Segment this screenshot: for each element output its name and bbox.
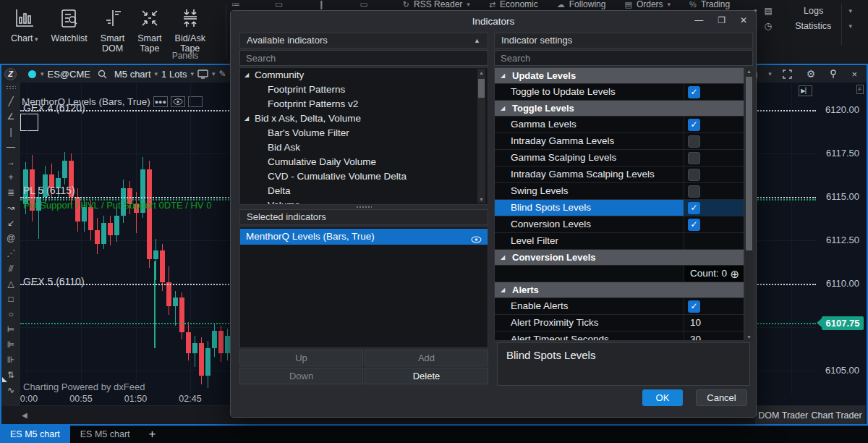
arrow-tool-icon[interactable]: →	[1, 155, 20, 170]
hatch-tool-icon[interactable]: ⫻	[1, 261, 20, 277]
tree-item-row[interactable]: Bar's Volume Filter	[240, 126, 488, 140]
scroll-up-icon[interactable]: ▲	[745, 69, 753, 74]
ribbon-item-statistics[interactable]: ▾ ◷ Statistics ▾	[754, 18, 862, 33]
available-indicators-header[interactable]: Available indicators ▲	[239, 33, 488, 48]
chevron-down-icon[interactable]: ▾	[668, 1, 671, 8]
drawing-pencil-icon[interactable]: ✎	[219, 69, 226, 79]
ribbon-panel-watchlist[interactable]: Watchlist	[51, 4, 88, 54]
tree-item-row[interactable]: Bid Ask	[240, 140, 488, 155]
ask-levels-tool-icon[interactable]: ⊫	[1, 337, 20, 353]
trend-arrow-tool-icon[interactable]: ↙	[1, 216, 20, 231]
settings-group-conversion-levels[interactable]: ◢Conversion Levels	[495, 250, 744, 266]
wave-tool-icon[interactable]: ∿	[1, 383, 20, 398]
chevron-down-icon[interactable]: ▾	[848, 22, 852, 30]
checkbox[interactable]	[688, 152, 700, 164]
selected-indicator-row[interactable]: MenthorQ Levels (Bars, True)	[240, 229, 488, 245]
ribbon-item-rss-reader[interactable]: ↻RSS Reader▾	[403, 0, 470, 9]
tree-group-row[interactable]: ◢Bid x Ask, Delta, Volume	[240, 111, 488, 126]
quantower-logo-icon[interactable]: Z	[4, 68, 17, 80]
group-expanded-icon[interactable]: ◢	[501, 250, 505, 266]
scroll-down-icon[interactable]: ▼	[745, 334, 753, 339]
tree-expanded-icon[interactable]: ◢	[244, 111, 249, 126]
tree-item-row[interactable]: Footprint Patterns v2	[240, 97, 488, 111]
tree-item-row[interactable]: Cumulative Daily Volume	[240, 155, 488, 169]
settings-value[interactable]: 30	[690, 332, 701, 341]
tree-expanded-icon[interactable]: ◢	[244, 68, 249, 83]
ribbon-item-following[interactable]: ☁Following	[557, 0, 606, 9]
ribbon-panel-bidask-tape[interactable]: Bid/AskTape	[175, 4, 205, 54]
maximize-icon[interactable]: ❐	[718, 15, 726, 25]
checkbox[interactable]: ✓	[688, 300, 700, 313]
go-to-realtime-icon[interactable]: ▶▏	[799, 85, 812, 96]
checkbox[interactable]: ✓	[688, 219, 700, 231]
add-tab-button[interactable]: +	[140, 426, 165, 443]
lots-selector[interactable]: 1 Lots	[161, 69, 187, 80]
chevron-down-icon[interactable]: ▾	[41, 70, 44, 77]
group-expanded-icon[interactable]: ◢	[501, 101, 505, 117]
magnify-tool-icon[interactable]: @	[1, 231, 20, 246]
ok-button[interactable]: OK	[642, 389, 683, 406]
line-tool-icon[interactable]: ╱	[1, 94, 20, 109]
settings-row-conversion-levels[interactable]: Conversion Levels✓	[495, 216, 744, 233]
checkbox[interactable]	[688, 135, 700, 148]
settings-row-count[interactable]: Count: 0⊕	[495, 266, 744, 282]
tab-es-m5-chart-1[interactable]: ES M5 chart	[0, 426, 70, 443]
settings-row-blind-spots-levels[interactable]: Blind Spots Levels✓	[495, 200, 744, 216]
settings-row-swing-levels[interactable]: Swing Levels	[495, 183, 744, 200]
group-expanded-icon[interactable]: ◢	[501, 68, 505, 84]
chevron-down-icon[interactable]: ▾	[848, 7, 852, 14]
dom-trader-button[interactable]: DOM Trader	[758, 410, 808, 421]
settings-row-alert-proximity-ticks[interactable]: Alert Proximity Ticks10	[495, 315, 744, 332]
checkbox[interactable]: ✓	[688, 119, 700, 131]
cancel-button[interactable]: Cancel	[696, 389, 747, 406]
volume-profile-tool-icon[interactable]: ⊪	[1, 353, 20, 368]
splitter-handle[interactable]	[356, 206, 372, 208]
settings-row-intraday-gamma-levels[interactable]: Intraday Gamma Levels	[495, 133, 744, 150]
settings-row-level-filter[interactable]: Level Filter	[495, 233, 744, 250]
ribbon-panel-smart-dom[interactable]: SmartDOM	[101, 4, 124, 54]
tree-item-row[interactable]: Footprint Patterns	[240, 83, 488, 97]
settings-row-gamma-scalping-levels[interactable]: Gamma Scalping Levels	[495, 150, 744, 166]
tree-item-row[interactable]: CVD - Cumulative Volume Delta	[240, 169, 488, 184]
delete-indicator-button[interactable]: Delete	[365, 368, 488, 384]
legend-visibility-icon[interactable]	[171, 96, 185, 107]
triangle-tool-icon[interactable]: △	[1, 277, 20, 292]
chart-color-dot-icon[interactable]	[28, 70, 36, 78]
tree-item-row[interactable]: Delta	[240, 184, 488, 198]
chart-trader-button[interactable]: Chart Trader	[811, 410, 861, 421]
ribbon-panel-chart[interactable]: Chart ▾	[11, 4, 38, 54]
settings-group-alerts[interactable]: ◢Alerts	[495, 282, 744, 298]
vertical-line-tool-icon[interactable]: |	[1, 125, 20, 140]
collapse-icon[interactable]: ▲	[474, 33, 480, 48]
available-search-input[interactable]	[239, 50, 488, 66]
tree-group-row[interactable]: ◢Community	[240, 68, 488, 83]
settings-row-toggle-to-update-levels[interactable]: Toggle to Update Levels✓	[495, 84, 744, 101]
minimize-icon[interactable]: —	[694, 15, 703, 25]
settings-row-intraday-gamma-scalping-levels[interactable]: Intraday Gamma Scalping Levels	[495, 166, 744, 183]
settings-group-update-levels[interactable]: ◢Update Levels	[495, 68, 744, 84]
ellipse-tool-icon[interactable]: ○	[1, 307, 20, 322]
fullscreen-icon[interactable]	[783, 69, 792, 79]
ribbon-item-orders[interactable]: ▤Orders▾	[624, 0, 671, 9]
symbol-selector[interactable]: ES@CME	[48, 69, 90, 80]
bid-levels-tool-icon[interactable]: ⊨	[1, 322, 20, 337]
group-expanded-icon[interactable]: ◢	[501, 282, 505, 298]
scroll-left-icon[interactable]: ◀	[22, 411, 27, 419]
scroll-up-icon[interactable]: ▲	[477, 70, 485, 75]
add-count-icon[interactable]: ⊕	[730, 266, 739, 282]
move-up-button[interactable]: Up	[239, 350, 363, 366]
checkbox[interactable]: ✓	[688, 86, 700, 98]
visibility-eye-icon[interactable]	[471, 232, 482, 248]
levels-tool-icon[interactable]: ≣	[1, 185, 20, 201]
scrollbar-thumb[interactable]	[478, 79, 485, 98]
settings-row-alert-timeout-seconds[interactable]: Alert Timeout Seconds30	[495, 332, 744, 341]
add-indicator-button[interactable]: Add	[365, 350, 488, 366]
tree-item-row[interactable]: Volume	[240, 198, 488, 205]
ribbon-panel-smart-tape[interactable]: SmartTape	[137, 4, 161, 54]
settings-row-gamma-levels[interactable]: Gamma Levels✓	[495, 117, 744, 133]
selected-indicators-list[interactable]: MenthorQ Levels (Bars, True)	[239, 227, 488, 348]
settings-search-input[interactable]	[494, 50, 753, 66]
gear-icon[interactable]: ⚙	[807, 68, 816, 80]
templates-icon[interactable]	[197, 69, 208, 79]
chevron-down-icon[interactable]: ▾	[467, 1, 470, 8]
